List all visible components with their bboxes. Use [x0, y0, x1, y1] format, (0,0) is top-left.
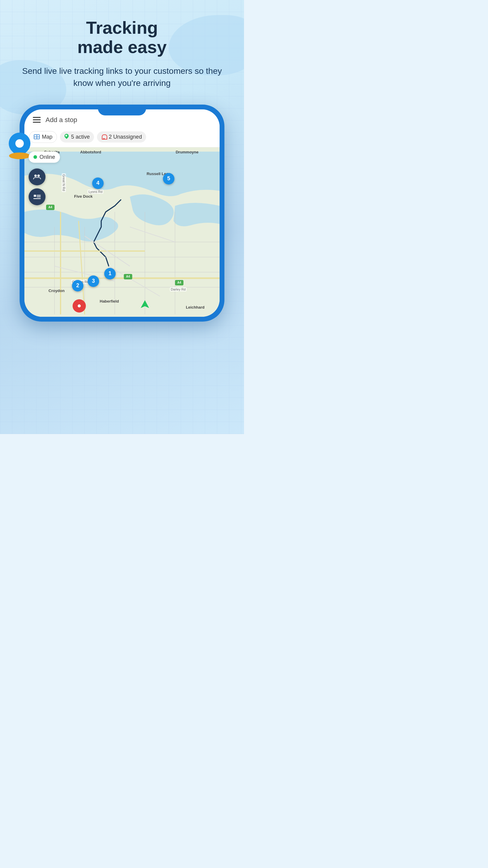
route-pin-3: 3: [88, 276, 99, 287]
tab-map-label: Map: [42, 134, 53, 140]
route-pin-2: 2: [72, 280, 84, 291]
destination-pin: [73, 299, 86, 313]
route-pin-5: 5: [163, 173, 174, 184]
route-pin-4: 4: [92, 178, 104, 189]
highway-badge-a4-2: A4: [124, 274, 132, 279]
online-dot: [33, 155, 37, 159]
road-label-great-n: Great N Rd: [62, 173, 66, 192]
svg-point-19: [34, 175, 37, 177]
page-subtitle: Send live live tracking links to your cu…: [0, 65, 244, 90]
map-icon: [34, 134, 40, 139]
navigation-arrow: [139, 299, 150, 311]
online-label: Online: [39, 154, 55, 160]
road-label-darley: Darley Rd: [170, 287, 187, 291]
svg-point-20: [37, 175, 40, 177]
page-content: Tracking made easy Send live live tracki…: [0, 0, 244, 321]
add-stop-label: Add a stop: [45, 116, 77, 124]
phone-frame: Add a stop Map 5 active 2 Unassigned: [20, 104, 224, 321]
road-label-lyons: Lyons Rd: [88, 190, 103, 194]
tab-active-label: 5 active: [71, 134, 90, 140]
tab-unassigned[interactable]: 2 Unassigned: [97, 131, 146, 143]
map-controls: [29, 168, 45, 205]
team-button[interactable]: [29, 168, 45, 185]
online-status-badge: Online: [29, 152, 60, 163]
list-view-button[interactable]: [29, 188, 45, 205]
area-label-drummoyne: Drummoyne: [175, 150, 198, 154]
page-headline: Tracking made easy: [65, 18, 179, 57]
area-label-abbotsford: Abbotsford: [80, 150, 101, 154]
svg-marker-18: [141, 300, 149, 308]
area-label-haberfield: Haberfield: [100, 299, 119, 304]
area-label-croydon: Croydon: [48, 288, 64, 293]
area-label-five-dock: Five Dock: [74, 194, 93, 198]
svg-rect-21: [34, 195, 36, 197]
highway-badge-a4-3: A4: [175, 280, 184, 285]
bell-icon: [101, 134, 107, 140]
phone-tab-bar: Map 5 active 2 Unassigned: [24, 128, 220, 147]
tab-active[interactable]: 5 active: [60, 131, 94, 143]
phone-notch: [98, 104, 146, 116]
svg-point-17: [78, 304, 81, 307]
phone-screen: Add a stop Map 5 active 2 Unassigned: [24, 110, 220, 317]
route-pin-1: 1: [104, 268, 116, 279]
tab-unassigned-label: 2 Unassigned: [109, 134, 142, 140]
tab-map[interactable]: Map: [29, 131, 57, 143]
location-active-icon: [64, 134, 69, 140]
svg-line-16: [109, 266, 160, 296]
svg-line-14: [130, 227, 175, 242]
map-view: Cabarita Abbotsford Drummoyne Russell Le…: [24, 147, 220, 317]
phone-mockup: Add a stop Map 5 active 2 Unassigned: [20, 104, 224, 321]
highway-badge-a4-1: A4: [46, 205, 55, 210]
area-label-leichhardt: Leichhard: [186, 305, 204, 310]
hamburger-icon[interactable]: [33, 117, 41, 123]
